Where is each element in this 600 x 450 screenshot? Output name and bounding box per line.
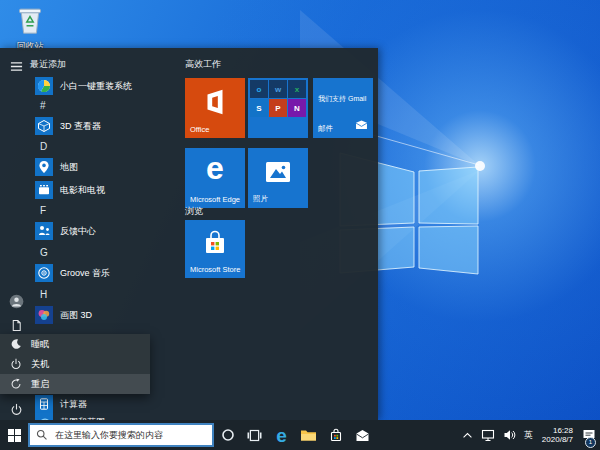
start-button[interactable] bbox=[0, 420, 28, 450]
sleep-moon-icon bbox=[9, 337, 23, 351]
action-center-button[interactable]: 1 bbox=[578, 420, 600, 450]
section-letter-d[interactable]: D bbox=[30, 141, 190, 152]
system-tray: 英 16:28 2020/8/7 1 bbox=[458, 420, 600, 450]
search-input[interactable] bbox=[53, 429, 207, 441]
mail-icon bbox=[355, 429, 370, 442]
restart-menu-item[interactable]: 重启 bbox=[0, 374, 150, 394]
app-label: 反馈中心 bbox=[60, 225, 96, 238]
app-item-paint-3d[interactable]: 画图 3D bbox=[30, 306, 180, 324]
clock-time: 16:28 bbox=[542, 426, 573, 435]
clock-date: 2020/8/7 bbox=[542, 435, 573, 444]
app-item-movies-tv[interactable]: 电影和电视 bbox=[30, 181, 180, 199]
app-label: 电影和电视 bbox=[60, 184, 105, 197]
3d-viewer-app-icon bbox=[35, 117, 53, 135]
outlook-icon: o bbox=[250, 80, 268, 98]
maps-app-icon bbox=[35, 158, 53, 176]
desktop: 回收站 最近添加 小白一键重装系统 bbox=[0, 0, 600, 450]
office-logo-icon bbox=[185, 86, 245, 118]
power-button-icon[interactable] bbox=[8, 401, 24, 417]
search-icon bbox=[36, 429, 48, 441]
tile-group-title-browse[interactable]: 浏览 bbox=[185, 205, 203, 218]
photos-icon bbox=[248, 160, 308, 184]
groove-music-app-icon bbox=[35, 264, 53, 282]
powerpoint-icon: P bbox=[269, 99, 287, 117]
edge-tile-label: Microsoft Edge bbox=[190, 195, 240, 204]
sleep-menu-item[interactable]: 睡眠 bbox=[0, 334, 150, 354]
app-item-maps[interactable]: 地图 bbox=[30, 158, 180, 176]
app-label: 画图 3D bbox=[60, 309, 92, 322]
file-explorer-icon bbox=[300, 428, 317, 442]
mail-taskbar-button[interactable] bbox=[349, 420, 376, 450]
restart-label: 重启 bbox=[31, 378, 49, 391]
section-letter-hash[interactable]: # bbox=[30, 100, 190, 111]
shutdown-power-icon bbox=[9, 357, 23, 371]
app-label: 地图 bbox=[60, 161, 78, 174]
office-apps-folder-grid: o w x S P N bbox=[250, 80, 306, 117]
taskbar-clock[interactable]: 16:28 2020/8/7 bbox=[537, 426, 578, 444]
onenote-icon: N bbox=[288, 99, 306, 117]
section-letter-h[interactable]: H bbox=[30, 289, 190, 300]
app-label: Groove 音乐 bbox=[60, 267, 110, 280]
section-letter-f[interactable]: F bbox=[30, 205, 190, 216]
app-label: 小白一键重装系统 bbox=[60, 80, 132, 93]
user-avatar-icon[interactable] bbox=[8, 293, 24, 309]
app-item-xiaobai[interactable]: 小白一键重装系统 bbox=[30, 77, 180, 95]
store-tile[interactable]: Microsoft Store bbox=[185, 220, 245, 278]
feedback-hub-app-icon bbox=[35, 222, 53, 240]
app-item-3d-viewer[interactable]: 3D 查看器 bbox=[30, 117, 180, 135]
shutdown-label: 关机 bbox=[31, 358, 49, 371]
sleep-label: 睡眠 bbox=[31, 338, 49, 351]
mail-promo-text: 我们支持 Gmail bbox=[318, 94, 370, 104]
cortana-button[interactable] bbox=[214, 420, 241, 450]
hamburger-menu-icon[interactable] bbox=[8, 58, 24, 74]
section-letter-g[interactable]: G bbox=[30, 247, 190, 258]
network-monitor-icon bbox=[481, 429, 495, 442]
recycle-bin-icon bbox=[15, 3, 45, 35]
store-taskbar-button[interactable] bbox=[322, 420, 349, 450]
volume-button[interactable] bbox=[499, 420, 520, 450]
tile-group-title-productivity[interactable]: 高效工作 bbox=[185, 58, 221, 71]
documents-icon[interactable] bbox=[8, 317, 24, 333]
office-apps-folder-tile[interactable]: o w x S P N bbox=[248, 78, 308, 138]
show-hidden-icons-button[interactable] bbox=[458, 420, 477, 450]
network-status-button[interactable] bbox=[477, 420, 499, 450]
power-flyout-menu: 睡眠 关机 重启 bbox=[0, 334, 150, 394]
app-label: 计算器 bbox=[60, 398, 87, 411]
chevron-up-icon bbox=[462, 431, 473, 440]
shutdown-menu-item[interactable]: 关机 bbox=[0, 354, 150, 374]
word-icon: w bbox=[269, 80, 287, 98]
edge-taskbar-button[interactable]: e bbox=[268, 420, 295, 450]
task-view-icon bbox=[247, 429, 262, 442]
app-item-calculator[interactable]: 计算器 bbox=[30, 395, 180, 413]
restart-icon bbox=[9, 377, 23, 391]
edge-tile[interactable]: e Microsoft Edge bbox=[185, 148, 245, 208]
store-icon bbox=[329, 428, 343, 442]
app-item-snip-sketch[interactable]: 截图和草图 bbox=[30, 413, 180, 420]
store-tile-label: Microsoft Store bbox=[190, 265, 240, 274]
skype-icon: S bbox=[250, 99, 268, 117]
windows-logo-icon bbox=[8, 429, 21, 442]
store-bag-icon bbox=[185, 230, 245, 258]
mail-tile-label: 邮件 bbox=[318, 124, 333, 134]
calculator-app-icon bbox=[35, 395, 53, 413]
start-menu-tiles: 高效工作 Office o w x S P N 我们支持 Gmail bbox=[182, 48, 378, 420]
mail-tile[interactable]: 我们支持 Gmail 邮件 bbox=[313, 78, 373, 138]
cortana-icon bbox=[221, 428, 235, 442]
input-language-indicator[interactable]: 英 bbox=[520, 420, 537, 450]
app-item-groove-music[interactable]: Groove 音乐 bbox=[30, 264, 180, 282]
office-tile-label: Office bbox=[190, 125, 209, 134]
photos-tile-label: 照片 bbox=[253, 194, 268, 204]
office-tile[interactable]: Office bbox=[185, 78, 245, 138]
notification-badge: 1 bbox=[585, 437, 596, 448]
task-view-button[interactable] bbox=[241, 420, 268, 450]
app-item-feedback-hub[interactable]: 反馈中心 bbox=[30, 222, 180, 240]
taskbar-search-box[interactable] bbox=[28, 423, 214, 447]
recycle-bin-shortcut[interactable]: 回收站 bbox=[6, 3, 54, 53]
taskbar: e 英 16:28 2020/8/7 bbox=[0, 420, 600, 450]
photos-tile[interactable]: 照片 bbox=[248, 148, 308, 208]
edge-logo-icon: e bbox=[185, 150, 245, 186]
start-menu: 最近添加 小白一键重装系统 # 3D 查看器 D 地图 bbox=[0, 48, 378, 420]
snip-sketch-app-icon bbox=[35, 413, 53, 420]
file-explorer-button[interactable] bbox=[295, 420, 322, 450]
speaker-icon bbox=[503, 429, 516, 441]
